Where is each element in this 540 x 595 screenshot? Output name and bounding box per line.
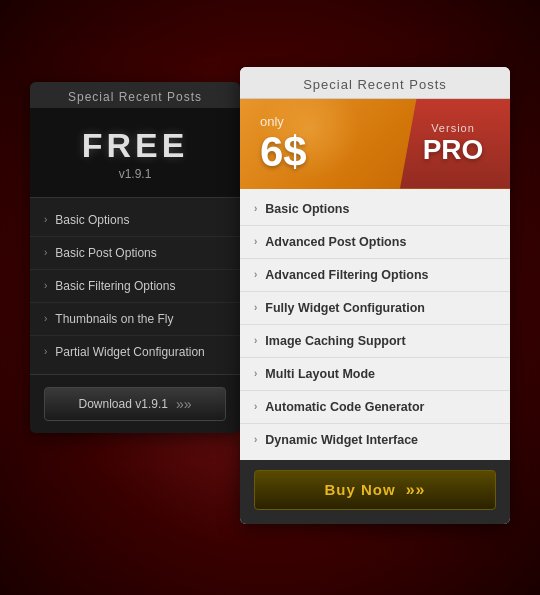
feature-label: Basic Options: [55, 213, 129, 227]
buy-arrows: »»: [406, 481, 426, 499]
pro-buy-section: Buy Now »»: [240, 460, 510, 524]
download-arrows: »»: [176, 396, 192, 412]
free-title: FREE: [30, 126, 240, 165]
free-feature-item: ›Basic Post Options: [30, 237, 240, 270]
pro-arrow-icon: ›: [254, 434, 257, 445]
buy-now-button[interactable]: Buy Now »»: [254, 470, 496, 510]
pro-feature-item: ›Basic Options: [240, 193, 510, 226]
download-button[interactable]: Download v1.9.1 »»: [44, 387, 226, 421]
pro-feature-label: Advanced Filtering Options: [265, 268, 428, 282]
pro-arrow-icon: ›: [254, 368, 257, 379]
pro-feature-item: ›Advanced Post Options: [240, 226, 510, 259]
arrow-icon: ›: [44, 214, 47, 225]
pro-arrow-icon: ›: [254, 302, 257, 313]
price-content: only 6$: [240, 114, 307, 173]
pro-price-section: only 6$ Version PRO: [240, 99, 510, 189]
pro-arrow-icon: ›: [254, 269, 257, 280]
feature-label: Basic Filtering Options: [55, 279, 175, 293]
free-version-box: FREE v1.9.1: [30, 108, 240, 198]
arrow-icon: ›: [44, 247, 47, 258]
free-panel: Special Recent Posts FREE v1.9.1 ›Basic …: [30, 82, 240, 433]
pro-label: PRO: [423, 134, 484, 166]
arrow-icon: ›: [44, 346, 47, 357]
free-version: v1.9.1: [30, 167, 240, 181]
pro-feature-label: Image Caching Support: [265, 334, 405, 348]
free-feature-item: ›Partial Widget Configuration: [30, 336, 240, 368]
only-label: only: [260, 114, 284, 129]
pro-feature-label: Basic Options: [265, 202, 349, 216]
pro-arrow-icon: ›: [254, 401, 257, 412]
version-badge: Version PRO: [400, 99, 510, 189]
free-download-section: Download v1.9.1 »»: [30, 374, 240, 433]
free-features-list: ›Basic Options›Basic Post Options›Basic …: [30, 198, 240, 374]
pro-feature-label: Automatic Code Generator: [265, 400, 424, 414]
pro-feature-item: ›Fully Widget Configuration: [240, 292, 510, 325]
pro-feature-item: ›Automatic Code Generator: [240, 391, 510, 424]
pro-feature-label: Fully Widget Configuration: [265, 301, 425, 315]
free-header-title: Special Recent Posts: [68, 90, 202, 104]
main-container: Special Recent Posts FREE v1.9.1 ›Basic …: [30, 82, 510, 524]
version-label: Version: [431, 122, 475, 134]
arrow-icon: ›: [44, 280, 47, 291]
feature-label: Basic Post Options: [55, 246, 156, 260]
price-amount: 6$: [260, 131, 307, 173]
free-feature-item: ›Thumbnails on the Fly: [30, 303, 240, 336]
free-feature-item: ›Basic Options: [30, 204, 240, 237]
pro-feature-item: ›Multi Layout Mode: [240, 358, 510, 391]
free-panel-header: Special Recent Posts: [30, 82, 240, 108]
pro-feature-item: ›Image Caching Support: [240, 325, 510, 358]
pro-price-background: only 6$ Version PRO: [240, 99, 510, 189]
pro-feature-item: ›Dynamic Widget Interface: [240, 424, 510, 456]
pro-arrow-icon: ›: [254, 335, 257, 346]
feature-label: Partial Widget Configuration: [55, 345, 204, 359]
pro-features-list: ›Basic Options›Advanced Post Options›Adv…: [240, 189, 510, 460]
pro-arrow-icon: ›: [254, 203, 257, 214]
arrow-icon: ›: [44, 313, 47, 324]
pro-panel-header: Special Recent Posts: [240, 67, 510, 99]
pro-feature-label: Multi Layout Mode: [265, 367, 375, 381]
pro-header-title: Special Recent Posts: [303, 77, 447, 92]
pro-feature-label: Dynamic Widget Interface: [265, 433, 418, 447]
pro-feature-label: Advanced Post Options: [265, 235, 406, 249]
pro-arrow-icon: ›: [254, 236, 257, 247]
buy-label: Buy Now: [325, 481, 396, 498]
download-label: Download v1.9.1: [79, 397, 168, 411]
pro-feature-item: ›Advanced Filtering Options: [240, 259, 510, 292]
pro-panel: Special Recent Posts only 6$ Version PRO…: [240, 67, 510, 524]
feature-label: Thumbnails on the Fly: [55, 312, 173, 326]
only-text: only: [260, 114, 307, 129]
free-feature-item: ›Basic Filtering Options: [30, 270, 240, 303]
